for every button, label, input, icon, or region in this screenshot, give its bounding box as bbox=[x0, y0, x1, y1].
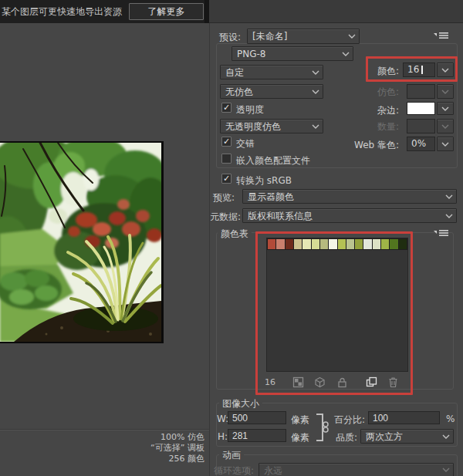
color-table-menu-icon[interactable] bbox=[433, 228, 450, 238]
width-unit: 像素 bbox=[291, 414, 309, 427]
websnap-label: Web 靠色: bbox=[354, 139, 399, 152]
quality-value: 两次立方 bbox=[366, 431, 403, 442]
amount-field bbox=[407, 119, 435, 133]
transparency-label: 透明度 bbox=[236, 103, 264, 116]
metadata-label: 元数据: bbox=[210, 211, 241, 224]
websnap-dropdown[interactable] bbox=[437, 137, 454, 151]
topbar-divider bbox=[204, 0, 209, 23]
chevron-down-icon bbox=[342, 52, 350, 56]
preset-label: 预设: bbox=[219, 31, 241, 44]
color-swatch[interactable] bbox=[338, 239, 346, 249]
trash-icon[interactable] bbox=[387, 376, 399, 388]
width-input[interactable] bbox=[228, 411, 286, 424]
chevron-down-icon bbox=[312, 70, 319, 75]
color-swatch[interactable] bbox=[286, 239, 293, 249]
matte-label: 杂边: bbox=[377, 104, 399, 117]
chevron-down-icon bbox=[312, 124, 319, 129]
color-swatch[interactable] bbox=[381, 239, 389, 249]
colors-dropdown-button[interactable] bbox=[437, 62, 454, 77]
new-color-icon[interactable] bbox=[366, 376, 377, 388]
garden-photo bbox=[0, 143, 161, 342]
transparency-dither-value: 无透明度仿色 bbox=[225, 121, 281, 132]
status-dither: 100% 仿色 bbox=[46, 432, 204, 443]
color-swatch-row bbox=[268, 239, 407, 249]
height-input[interactable] bbox=[228, 429, 286, 442]
amount-label: 数量: bbox=[377, 120, 399, 133]
chevron-down-icon bbox=[445, 214, 453, 218]
top-notification-bar: 某个图层可更快速地导出资源 了解更多 bbox=[0, 0, 463, 23]
color-swatch[interactable] bbox=[373, 239, 380, 249]
loop-label: 循环选项: bbox=[214, 464, 254, 476]
chevron-down-icon bbox=[441, 142, 449, 147]
color-swatch[interactable] bbox=[294, 239, 302, 249]
color-swatch[interactable] bbox=[320, 239, 328, 249]
colors-combo[interactable]: 16 bbox=[403, 62, 435, 77]
link-dimensions-icon[interactable] bbox=[315, 413, 330, 442]
quality-dropdown[interactable]: 两次立方 bbox=[360, 429, 454, 444]
chevron-down-icon bbox=[445, 194, 453, 199]
metadata-dropdown[interactable]: 版权和联系信息 bbox=[242, 208, 457, 223]
color-reduction-dropdown[interactable]: 自定 bbox=[220, 65, 323, 79]
chevron-down-icon bbox=[441, 68, 449, 73]
chevron-down-icon bbox=[442, 468, 450, 472]
metadata-value: 版权和联系信息 bbox=[248, 211, 313, 221]
color-swatch[interactable] bbox=[302, 239, 310, 249]
color-table[interactable] bbox=[266, 238, 408, 372]
color-swatch[interactable] bbox=[329, 239, 336, 249]
color-swatch[interactable] bbox=[276, 239, 284, 249]
percent-input[interactable] bbox=[368, 411, 440, 424]
loop-dropdown: 永远 bbox=[259, 463, 454, 476]
convert-srgb-checkbox[interactable]: ✓ bbox=[221, 174, 231, 184]
save-for-web-dialog: 某个图层可更快速地导出资源 了解更多 bbox=[0, 0, 463, 476]
preset-dropdown[interactable]: [未命名] bbox=[247, 29, 360, 44]
chevron-down-icon bbox=[312, 89, 319, 94]
percent-label: 百分比: bbox=[334, 414, 365, 427]
transparency-checkbox[interactable]: ✓ bbox=[221, 103, 231, 113]
chevron-down-icon bbox=[441, 106, 449, 111]
lock-icon[interactable] bbox=[336, 376, 348, 388]
color-swatch[interactable] bbox=[355, 239, 363, 249]
color-count: 16 bbox=[265, 377, 275, 387]
color-swatch[interactable] bbox=[363, 239, 371, 249]
dither-amount-label: 仿色: bbox=[377, 86, 399, 99]
websnap-value: 0% bbox=[411, 138, 426, 149]
color-swatch[interactable] bbox=[346, 239, 354, 249]
notification-message: 某个图层可更快速地导出资源 bbox=[2, 0, 125, 23]
dither-method-value: 无仿色 bbox=[225, 86, 253, 97]
dither-amount-dropdown bbox=[437, 84, 454, 99]
color-reduction-value: 自定 bbox=[225, 67, 244, 78]
colors-label: 颜色: bbox=[377, 65, 399, 78]
websnap-field[interactable]: 0% bbox=[407, 137, 435, 151]
height-label: H: bbox=[218, 431, 228, 442]
width-label: W: bbox=[217, 414, 228, 424]
preview-value: 显示器颜色 bbox=[248, 191, 294, 202]
color-swatch[interactable] bbox=[390, 239, 397, 249]
status-colors: 256 颜色 bbox=[46, 454, 204, 464]
learn-more-button[interactable]: 了解更多 bbox=[129, 3, 204, 20]
height-unit: 像素 bbox=[291, 431, 309, 444]
interlaced-checkbox[interactable]: ✓ bbox=[221, 137, 231, 147]
web-shift-cube-icon[interactable] bbox=[314, 376, 326, 388]
matte-dropdown[interactable] bbox=[437, 102, 454, 115]
preview-status: 100% 仿色 “可选择” 调板 256 颜色 bbox=[46, 432, 204, 464]
embed-profile-checkbox[interactable] bbox=[221, 154, 231, 164]
panel-divider bbox=[209, 23, 210, 476]
matte-color-swatch[interactable] bbox=[407, 102, 435, 115]
color-swatch[interactable] bbox=[268, 239, 275, 249]
image-preview[interactable] bbox=[0, 141, 164, 343]
color-swatch[interactable] bbox=[312, 239, 319, 249]
status-divider bbox=[0, 429, 209, 430]
format-dropdown[interactable]: PNG-8 bbox=[231, 46, 353, 61]
preview-dropdown[interactable]: 显示器颜色 bbox=[242, 189, 457, 204]
colors-value: 16 bbox=[407, 64, 419, 75]
preset-menu-icon[interactable] bbox=[433, 31, 450, 40]
transparency-dither-dropdown[interactable]: 无透明度仿色 bbox=[220, 119, 323, 133]
quality-label: 品质: bbox=[336, 431, 357, 444]
color-swatch[interactable] bbox=[399, 239, 407, 249]
map-transparency-icon[interactable] bbox=[292, 376, 304, 388]
dither-method-dropdown[interactable]: 无仿色 bbox=[220, 84, 323, 99]
dither-amount-field bbox=[407, 84, 435, 99]
format-value: PNG-8 bbox=[237, 49, 265, 59]
percent-unit: % bbox=[446, 414, 455, 424]
status-palette: “可选择” 调板 bbox=[46, 443, 204, 454]
